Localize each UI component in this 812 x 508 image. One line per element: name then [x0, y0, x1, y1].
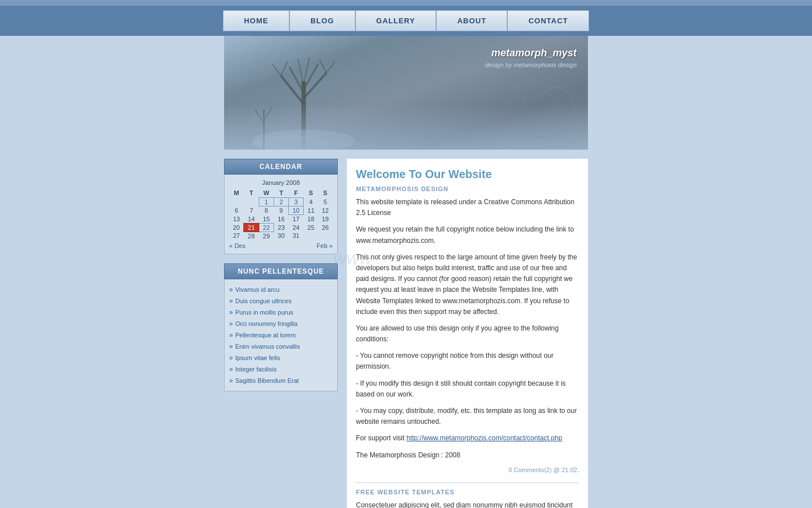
cal-cell-29: 29: [259, 232, 274, 240]
cal-cell-7: 7: [244, 206, 259, 215]
main-content: Welcome To Our Website METAMORPHOSIS DES…: [347, 159, 588, 508]
nav-home[interactable]: HOME: [223, 10, 289, 31]
svg-line-10: [326, 61, 335, 73]
cal-day-f: F: [288, 188, 303, 198]
section1-p3-wrapper: WWW This not only gives respect to the l…: [356, 252, 579, 317]
cal-cell-24: 24: [288, 223, 303, 232]
nav-blog[interactable]: BLOG: [289, 10, 355, 31]
cal-cell: [244, 198, 259, 206]
cal-cell-1: 1: [259, 198, 274, 206]
hero-subtitle: design by metamorphosis design: [485, 61, 577, 68]
top-bar: [0, 0, 812, 6]
cal-cell-30: 30: [274, 232, 289, 240]
hero-text-block: metamorph_myst design by metamorphosis d…: [485, 47, 577, 68]
nunc-link-7[interactable]: Ipsum vitae felis: [235, 354, 280, 361]
cal-cell-16: 16: [274, 215, 289, 224]
svg-line-2: [304, 73, 326, 98]
section1-cond1: - You cannot remove copyright notice fro…: [356, 350, 579, 372]
cal-cell-empty1: [304, 232, 318, 240]
cal-cell-6: 6: [229, 206, 244, 215]
nunc-body: Vivamus id arcu Duis congue ultrices Pur…: [224, 279, 338, 391]
list-item: Orci nonummy fringilla: [229, 318, 333, 329]
nav-contact[interactable]: CONTACT: [507, 10, 589, 31]
cal-day-t2: T: [274, 188, 289, 198]
cal-cell-13: 13: [229, 215, 244, 224]
cal-cell-26: 26: [318, 223, 333, 232]
support-link[interactable]: http://www.metamorphozis.com/contact/con…: [407, 434, 562, 442]
calendar-month: January 2008: [229, 179, 333, 186]
main-content-wrapper: CALENDAR January 2008 M T W T F S S: [224, 150, 588, 508]
section1-support: For support visit http://www.metamorphoz…: [356, 433, 579, 444]
cal-next[interactable]: Feb »: [317, 242, 333, 249]
svg-line-8: [281, 61, 288, 76]
cal-cell-empty2: [318, 232, 333, 240]
nav-gallery[interactable]: GALLERY: [355, 10, 437, 31]
cal-day-s2: S: [318, 188, 333, 198]
nunc-list: Vivamus id arcu Duis congue ultrices Pur…: [229, 284, 333, 386]
section1-label: METAMORPHOSIS DESIGN: [356, 185, 579, 192]
section-welcome: Welcome To Our Website METAMORPHOSIS DES…: [356, 168, 579, 473]
nunc-link-8[interactable]: Integer facilisis: [235, 366, 277, 373]
cal-day-w: W: [259, 188, 274, 198]
nav-buttons: HOME BLOG GALLERY ABOUT CONTACT: [223, 10, 589, 31]
list-item: Pellentesque at lorem: [229, 329, 333, 341]
cal-cell-5: 5: [318, 198, 333, 206]
nunc-link-9[interactable]: Sagittis Bibendum Erat: [235, 377, 299, 384]
nunc-link-2[interactable]: Duis congue ultrices: [235, 298, 292, 304]
cal-cell-3: 3: [288, 198, 303, 206]
cal-cell: [229, 198, 244, 206]
calendar-table: M T W T F S S 1: [229, 188, 333, 240]
section1-credit: The Metamorphosis Design : 2008: [356, 450, 579, 461]
nunc-link-3[interactable]: Purus in mollis purus: [235, 309, 293, 316]
svg-line-1: [281, 76, 304, 104]
svg-line-5: [298, 59, 304, 86]
nunc-header: NUNC PELLENTESQUE: [224, 263, 338, 279]
section1-comments: 0 Comments(2) @ 21.02.: [356, 466, 579, 473]
nunc-link-6[interactable]: Enim vivamus convallis: [235, 343, 300, 350]
list-item: Vivamus id arcu: [229, 284, 333, 295]
cal-cell-14: 14: [244, 215, 259, 224]
cal-cell-15: 15: [259, 215, 274, 224]
cal-cell-25: 25: [304, 223, 318, 232]
cal-week-5: 27 28 29 30 31: [229, 232, 333, 240]
section1-cond2: - If you modify this design it still sho…: [356, 378, 579, 400]
cal-link[interactable]: 10: [292, 207, 299, 214]
nunc-link-1[interactable]: Vivamus id arcu: [235, 286, 280, 293]
calendar-nav: « Des Feb »: [229, 242, 333, 249]
cal-prev[interactable]: « Des: [229, 242, 246, 249]
section2-p1: Consectetuer adipiscing elit, sed diam n…: [356, 500, 579, 508]
cal-link[interactable]: 2: [279, 199, 283, 205]
cal-cell-4: 4: [304, 198, 318, 206]
hero-image: metamorph_myst design by metamorphosis d…: [224, 36, 588, 150]
cal-cell-28: 28: [244, 232, 259, 240]
list-item: Integer facilisis: [229, 364, 333, 375]
section1-conditions-intro: You are allowed to use this design only …: [356, 323, 579, 345]
calendar-body: January 2008 M T W T F S S: [224, 175, 338, 254]
cal-cell-2: 2: [274, 198, 289, 206]
cal-link[interactable]: 22: [263, 224, 270, 231]
cal-day-s1: S: [304, 188, 318, 198]
welcome-title: Welcome To Our Website: [356, 168, 579, 181]
list-item: Sagittis Bibendum Erat: [229, 375, 333, 386]
cal-week-3: 13 14 15 16 17 18 19: [229, 215, 333, 224]
cal-today-link[interactable]: 21: [248, 224, 255, 231]
list-item: Duis congue ultrices: [229, 295, 333, 307]
cal-cell-10: 10: [288, 206, 303, 215]
cal-week-2: 6 7 8 9 10 11 12: [229, 206, 333, 215]
cal-week-1: 1 2 3 4 5: [229, 198, 333, 206]
cal-link[interactable]: 1: [264, 199, 268, 205]
cal-cell-20: 20: [229, 223, 244, 232]
calendar-widget: CALENDAR January 2008 M T W T F S S: [224, 159, 338, 254]
section1-p1: This website template is released under …: [356, 197, 579, 218]
nav-about[interactable]: ABOUT: [436, 10, 507, 31]
cal-cell-8: 8: [259, 206, 274, 215]
cal-link[interactable]: 3: [295, 199, 298, 205]
calendar-header: CALENDAR: [224, 159, 338, 175]
section1-cond3: - You may copy, distribute, modify, etc.…: [356, 406, 579, 427]
cal-cell-11: 11: [304, 206, 318, 215]
nav-bar: HOME BLOG GALLERY ABOUT CONTACT: [0, 6, 812, 36]
nunc-link-4[interactable]: Orci nonummy fringilla: [235, 320, 297, 327]
cal-cell-19: 19: [318, 215, 333, 224]
cal-day-t1: T: [244, 188, 259, 198]
nunc-link-5[interactable]: Pellentesque at lorem: [235, 332, 296, 338]
